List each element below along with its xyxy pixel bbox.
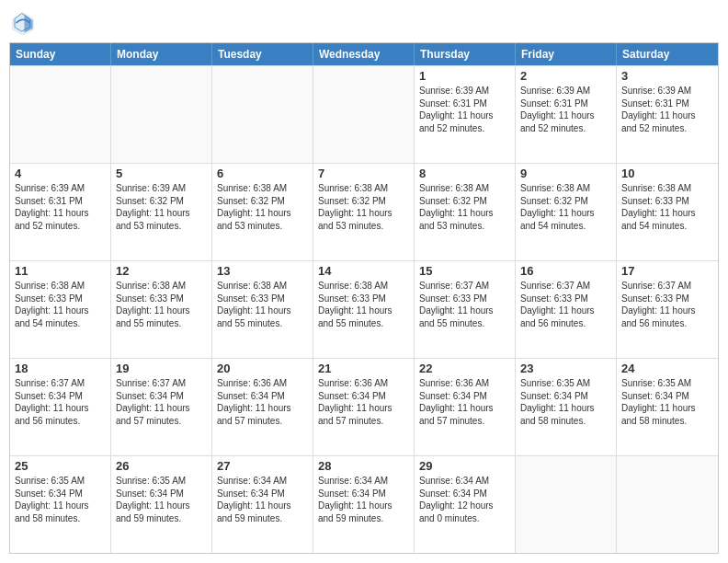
cal-cell: 8Sunrise: 6:38 AM Sunset: 6:32 PM Daylig… [415,164,516,260]
cal-cell: 4Sunrise: 6:39 AM Sunset: 6:31 PM Daylig… [10,164,111,260]
cal-header-friday: Friday [516,43,617,65]
cal-cell: 26Sunrise: 6:35 AM Sunset: 6:34 PM Dayli… [111,456,212,553]
day-number: 2 [520,69,611,83]
day-info: Sunrise: 6:37 AM Sunset: 6:33 PM Dayligh… [621,280,713,329]
cal-week-5: 25Sunrise: 6:35 AM Sunset: 6:34 PM Dayli… [10,455,718,553]
day-number: 3 [621,69,713,83]
cal-cell: 7Sunrise: 6:38 AM Sunset: 6:32 PM Daylig… [313,164,415,260]
day-number: 13 [217,264,308,278]
page: SundayMondayTuesdayWednesdayThursdayFrid… [0,0,728,563]
day-number: 12 [116,264,207,278]
day-number: 21 [318,362,409,375]
day-info: Sunrise: 6:38 AM Sunset: 6:32 PM Dayligh… [520,182,611,232]
cal-header-saturday: Saturday [617,43,718,65]
cal-cell: 21Sunrise: 6:36 AM Sunset: 6:34 PM Dayli… [313,359,415,455]
day-info: Sunrise: 6:38 AM Sunset: 6:33 PM Dayligh… [318,280,409,329]
cal-week-2: 4Sunrise: 6:39 AM Sunset: 6:31 PM Daylig… [10,163,718,260]
cal-cell: 10Sunrise: 6:38 AM Sunset: 6:33 PM Dayli… [617,164,718,260]
day-number: 25 [15,459,106,473]
day-info: Sunrise: 6:37 AM Sunset: 6:33 PM Dayligh… [520,280,611,329]
calendar: SundayMondayTuesdayWednesdayThursdayFrid… [9,42,719,554]
cal-cell: 16Sunrise: 6:37 AM Sunset: 6:33 PM Dayli… [516,261,617,358]
day-info: Sunrise: 6:39 AM Sunset: 6:31 PM Dayligh… [15,182,106,232]
day-info: Sunrise: 6:34 AM Sunset: 6:34 PM Dayligh… [318,475,409,524]
cal-cell [111,66,212,163]
cal-cell: 15Sunrise: 6:37 AM Sunset: 6:33 PM Dayli… [415,261,516,358]
day-info: Sunrise: 6:38 AM Sunset: 6:32 PM Dayligh… [217,182,308,232]
cal-week-1: 1Sunrise: 6:39 AM Sunset: 6:31 PM Daylig… [10,65,718,163]
day-number: 29 [419,459,510,473]
cal-week-3: 11Sunrise: 6:38 AM Sunset: 6:33 PM Dayli… [10,260,718,358]
day-number: 10 [621,167,713,180]
cal-cell: 5Sunrise: 6:39 AM Sunset: 6:32 PM Daylig… [111,164,212,260]
day-info: Sunrise: 6:38 AM Sunset: 6:33 PM Dayligh… [217,280,308,329]
day-number: 16 [520,264,611,278]
day-number: 11 [15,264,106,278]
cal-cell: 19Sunrise: 6:37 AM Sunset: 6:34 PM Dayli… [111,359,212,455]
cal-week-4: 18Sunrise: 6:37 AM Sunset: 6:34 PM Dayli… [10,358,718,455]
day-number: 22 [419,362,510,375]
day-number: 17 [621,264,713,278]
day-number: 8 [419,167,510,180]
cal-cell: 22Sunrise: 6:36 AM Sunset: 6:34 PM Dayli… [415,359,516,455]
cal-cell: 3Sunrise: 6:39 AM Sunset: 6:31 PM Daylig… [617,66,718,163]
calendar-header-row: SundayMondayTuesdayWednesdayThursdayFrid… [10,43,718,65]
day-info: Sunrise: 6:39 AM Sunset: 6:31 PM Dayligh… [520,85,611,134]
day-info: Sunrise: 6:38 AM Sunset: 6:33 PM Dayligh… [15,280,106,329]
day-number: 23 [520,362,611,375]
cal-cell: 29Sunrise: 6:34 AM Sunset: 6:34 PM Dayli… [415,456,516,553]
day-info: Sunrise: 6:38 AM Sunset: 6:33 PM Dayligh… [621,182,713,232]
day-number: 27 [217,459,308,473]
day-number: 26 [116,459,207,473]
day-info: Sunrise: 6:36 AM Sunset: 6:34 PM Dayligh… [217,377,308,427]
day-info: Sunrise: 6:37 AM Sunset: 6:34 PM Dayligh… [116,377,207,427]
cal-cell [617,456,718,553]
day-number: 15 [419,264,510,278]
day-info: Sunrise: 6:39 AM Sunset: 6:32 PM Dayligh… [116,182,207,232]
cal-cell: 1Sunrise: 6:39 AM Sunset: 6:31 PM Daylig… [415,66,516,163]
cal-cell: 11Sunrise: 6:38 AM Sunset: 6:33 PM Dayli… [10,261,111,358]
day-info: Sunrise: 6:38 AM Sunset: 6:32 PM Dayligh… [318,182,409,232]
day-number: 7 [318,167,409,180]
day-info: Sunrise: 6:34 AM Sunset: 6:34 PM Dayligh… [419,475,510,524]
day-number: 28 [318,459,409,473]
day-number: 9 [520,167,611,180]
day-number: 1 [419,69,510,83]
day-number: 6 [217,167,308,180]
day-info: Sunrise: 6:37 AM Sunset: 6:33 PM Dayligh… [419,280,510,329]
cal-cell [10,66,111,163]
cal-cell: 9Sunrise: 6:38 AM Sunset: 6:32 PM Daylig… [516,164,617,260]
day-info: Sunrise: 6:35 AM Sunset: 6:34 PM Dayligh… [520,377,611,427]
cal-header-sunday: Sunday [10,43,111,65]
day-info: Sunrise: 6:38 AM Sunset: 6:32 PM Dayligh… [419,182,510,232]
cal-cell: 24Sunrise: 6:35 AM Sunset: 6:34 PM Dayli… [617,359,718,455]
cal-cell: 13Sunrise: 6:38 AM Sunset: 6:33 PM Dayli… [212,261,313,358]
cal-cell: 6Sunrise: 6:38 AM Sunset: 6:32 PM Daylig… [212,164,313,260]
day-number: 20 [217,362,308,375]
day-number: 4 [15,167,106,180]
day-info: Sunrise: 6:35 AM Sunset: 6:34 PM Dayligh… [621,377,713,427]
cal-header-thursday: Thursday [415,43,516,65]
logo [9,9,40,37]
day-info: Sunrise: 6:35 AM Sunset: 6:34 PM Dayligh… [116,475,207,524]
cal-header-wednesday: Wednesday [313,43,415,65]
cal-cell [313,66,415,163]
day-info: Sunrise: 6:38 AM Sunset: 6:33 PM Dayligh… [116,280,207,329]
calendar-body: 1Sunrise: 6:39 AM Sunset: 6:31 PM Daylig… [10,65,718,553]
logo-icon [9,9,37,37]
day-info: Sunrise: 6:37 AM Sunset: 6:34 PM Dayligh… [15,377,106,427]
day-info: Sunrise: 6:39 AM Sunset: 6:31 PM Dayligh… [419,85,510,134]
cal-cell: 27Sunrise: 6:34 AM Sunset: 6:34 PM Dayli… [212,456,313,553]
header [9,9,719,37]
cal-cell: 14Sunrise: 6:38 AM Sunset: 6:33 PM Dayli… [313,261,415,358]
cal-cell: 25Sunrise: 6:35 AM Sunset: 6:34 PM Dayli… [10,456,111,553]
day-info: Sunrise: 6:34 AM Sunset: 6:34 PM Dayligh… [217,475,308,524]
cal-cell [212,66,313,163]
day-info: Sunrise: 6:36 AM Sunset: 6:34 PM Dayligh… [419,377,510,427]
day-number: 18 [15,362,106,375]
cal-header-monday: Monday [111,43,212,65]
cal-cell [516,456,617,553]
cal-header-tuesday: Tuesday [212,43,313,65]
day-number: 24 [621,362,713,375]
day-number: 5 [116,167,207,180]
